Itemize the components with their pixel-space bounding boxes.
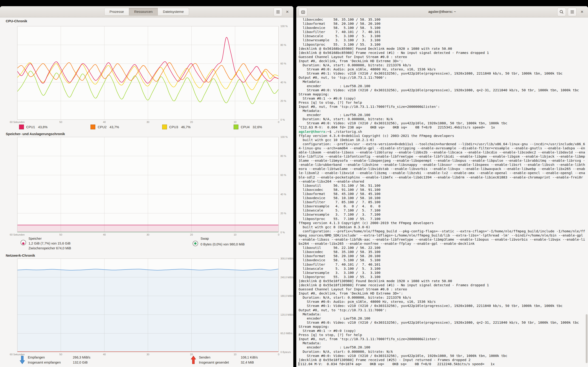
terminal-line: libswresample 3. 3.100 / 3. 3.100 (299, 271, 586, 275)
cpu-usage-value: 43,8% (38, 125, 48, 129)
cpu-color-swatch (90, 125, 95, 129)
y-axis-tick-label: 80 % (280, 155, 286, 157)
terminal-line: 112.04 M-V: 0.034 fd=1874 aq= 0KB vq= 0K… (299, 362, 586, 366)
swap-pie-icon (192, 240, 199, 247)
memory-history-chart (17, 137, 279, 232)
terminal-line: Output #0, nut, to 'tcp://10.73.1.11:700… (299, 75, 586, 80)
cpu-legend-item: CPU432,6% (233, 125, 262, 129)
system-monitor-window: Prozesse Ressourcen Dateisysteme × CPU-C… (0, 6, 293, 367)
cpu-legend-item: CPU143,8% (19, 125, 48, 129)
terminal-line: agsler@thorrx:~$ ./startorig.sh (299, 130, 586, 134)
terminal-line: able-libaom --enable-libass --enable-lib… (299, 150, 586, 154)
terminal-line: Input #0, decklink, from 'DeckLink HD Ex… (299, 59, 586, 63)
terminal-line: libavcodec 58. 91.100 / 58. 91.100 (299, 188, 586, 192)
terminal-line: [decklink @ 0x55e18f130980] Frame receiv… (299, 358, 586, 362)
terminal-scrollbar[interactable] (586, 17, 588, 367)
terminal-line: ffplay version 4.3.4-0+deb11u1 Copyright… (299, 134, 586, 138)
terminal-line: Metadata: (299, 80, 586, 84)
terminal-line: Duration: N/A, start: 0.000000, bitrate:… (299, 295, 586, 300)
network-sent-legend: Senden 108,1 KiB/s Insgesamt gesendet 32… (191, 355, 258, 365)
terminal-line: Stream mapping: (299, 325, 586, 329)
terminal-line: Guessed Channel Layout for Input Stream … (299, 287, 586, 291)
y-axis-tick-label: 60 % (280, 62, 286, 65)
terminal-line: built with gcc 8 (Debian 8.3.0-6) (299, 225, 586, 229)
terminal-line: Metadata: (299, 109, 586, 113)
y-axis-tick-label: 0 Bytes/s (280, 351, 291, 353)
terminal-line: Stream #0:0: Video: v210 (V210 / 0x30313… (299, 121, 586, 125)
tab-prozesse[interactable]: Prozesse (104, 8, 129, 16)
terminal-line: encoder : Lavf58.20.100 (299, 345, 586, 349)
y-axis-tick-label: 60,0 MiB/s (280, 332, 292, 335)
tab-dateisysteme[interactable]: Dateisysteme (158, 8, 189, 16)
terminal-line: libavformat 58. 20.100 / 58. 20.100 (299, 254, 586, 258)
view-switcher: Prozesse Ressourcen Dateisysteme (0, 8, 293, 16)
close-button[interactable]: × (284, 8, 291, 16)
search-button[interactable] (557, 8, 566, 16)
terminal-line: eora --enable-libtwolame --enable-libvid… (299, 167, 586, 171)
terminal-line: Stream #0:0: Audio: pcm_s16le, 48000 Hz,… (299, 300, 586, 304)
terminal-line: ble-libflite --enable-libfontconfig --en… (299, 154, 586, 158)
terminal-line: libavdevice 58. 10.100 / 58. 10.100 (299, 196, 586, 200)
terminal-menu-button[interactable] (568, 8, 577, 16)
network-section-title: Netzwerk-Chronik (6, 253, 35, 257)
memory-usage-value: 1,2 GiB (7,7%) von 15,6 GiB (28, 241, 71, 246)
cpu-color-swatch (162, 125, 167, 129)
network-received-legend: Empfangen 266,3 MiB/s Insgesamt empfange… (19, 355, 90, 365)
received-total-label: Insgesamt empfangen (28, 360, 72, 365)
terminal-title: agsler@thorrx: ~ (296, 6, 588, 17)
y-axis-tick-label: 20 % (280, 100, 286, 102)
terminal-line: libpostproc 55. 3.100 / 55. 3.100 (299, 42, 586, 47)
y-axis-tick-label: 0 % (280, 118, 285, 121)
cpu-color-swatch (19, 125, 24, 129)
terminal-cursor (299, 362, 299, 366)
x-axis-tick-label: 10 (233, 233, 236, 236)
terminal-line: configuration: --prefix=/usr --extra-ver… (299, 142, 586, 146)
cpu-color-swatch (233, 125, 238, 129)
terminal-close-button[interactable]: × (578, 8, 586, 16)
network-history-chart (17, 259, 279, 352)
terminal-line: mpeg_sources/BMD_SDK/include' --extra-ld… (299, 233, 586, 237)
cpu-name: CPU1 (26, 125, 35, 129)
terminal-line: Stream #0:0: Video: v210 (V210 / 0x30313… (299, 354, 586, 358)
cpu-x-axis: 60 Sekunden50403020100 (17, 121, 279, 124)
tab-ressourcen[interactable]: Ressourcen (129, 8, 158, 16)
terminal-line: [decklink @ 0x56168bc85980] Frame receiv… (299, 51, 586, 55)
terminal-line: [decklink @ 0x56168bc85980] Found Deckli… (299, 47, 586, 51)
x-axis-tick-label: 0 (278, 121, 279, 123)
x-axis-tick-label: 10 (233, 121, 236, 123)
y-axis-tick-label: 180,0 MiB/s (280, 294, 293, 297)
terminal-line: 3lame --enable-libmysofa --enable-libope… (299, 158, 586, 163)
x-axis-tick-label: 30 (147, 121, 149, 123)
shell-prompt: agsler@thorrx (299, 130, 325, 133)
cpu-name: CPU4 (241, 125, 250, 129)
upload-arrow-icon (191, 356, 196, 364)
terminal-line: libswscale 5. 7.100 / 5. 7.100 (299, 208, 586, 212)
terminal-line: Stream #0:0: Video: v210 (V210 / 0x30313… (299, 88, 586, 92)
x-axis-tick-label: 50 (60, 233, 62, 236)
download-arrow-icon (19, 356, 25, 364)
menu-button[interactable] (274, 8, 282, 16)
y-axis-tick-label: 80 % (280, 44, 286, 46)
terminal-line: Duration: N/A, start: 0.000000, bitrate:… (299, 63, 586, 67)
scrollbar-thumb[interactable] (586, 314, 588, 363)
terminal-line: Stream #0:1: Video: v210 (V210 / 0x30313… (299, 304, 586, 308)
terminal-line: Stream #0:1 -> #0:0 (copy) (299, 96, 586, 100)
terminal-output[interactable]: libavcodec 58. 35.100 / 58. 35.100 libav… (299, 17, 586, 367)
y-axis-tick-label: 120,0 MiB/s (280, 313, 293, 316)
terminal-line: libswresample 3. 7.100 / 3. 7.100 (299, 212, 586, 217)
terminal-line: Input #0, nut, from 'tcp://10.73.1.11:70… (299, 337, 586, 341)
terminal-line: libavresample 4. 0. 0 / 4. 0. 0 (299, 204, 586, 208)
terminal-line: bx264 --enable-libx265 --enable-nonfree … (299, 242, 586, 246)
terminal-line: Guessed Channel Layout for Input Stream … (299, 55, 586, 59)
memory-section-title: Speicher- und Auslagerungschronik (6, 132, 65, 136)
terminal-line: libavdevice 58. 5.100 / 58. 5.100 (299, 26, 586, 30)
terminal-line: libpostproc 55. 3.100 / 55. 3.100 (299, 275, 586, 279)
swap-legend-title: Swap (200, 236, 245, 241)
terminal-line: [decklink @ 0x55e18f130980] Found Deckli… (299, 279, 586, 283)
terminal-line: libswresample 3. 3.100 / 3. 3.100 (299, 38, 586, 42)
terminal-line: libavcodec 58. 35.100 / 58. 35.100 (299, 17, 586, 22)
hamburger-icon (571, 10, 574, 13)
terminal-line: libpostproc 55. 7.100 / 55. 7.100 (299, 217, 586, 221)
terminal-line: libavformat 58. 45.100 / 58. 45.100 (299, 192, 586, 196)
terminal-titlebar: agsler@thorrx: ~ × (296, 6, 588, 17)
